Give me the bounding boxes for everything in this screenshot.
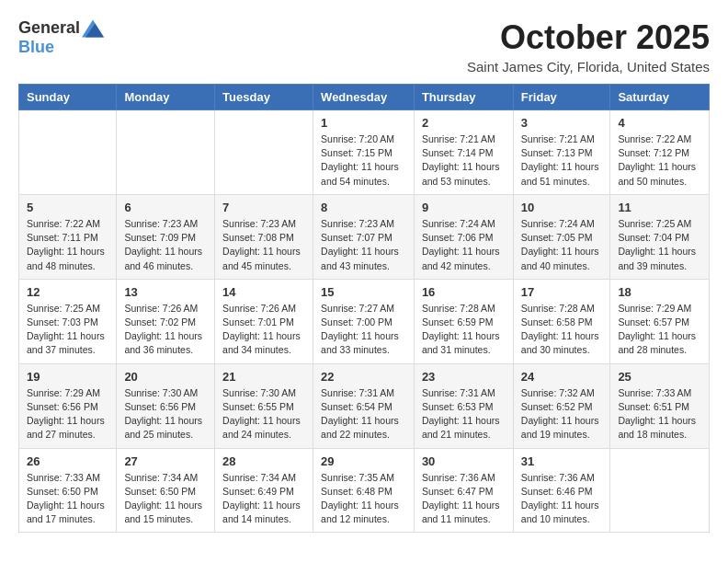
day-number: 23 [422,370,506,384]
day-number: 5 [27,201,108,214]
table-row: 29Sunrise: 7:35 AM Sunset: 6:48 PM Dayli… [313,448,415,533]
day-info: Sunrise: 7:33 AM Sunset: 6:51 PM Dayligh… [618,386,701,442]
day-number: 9 [422,201,506,214]
day-info: Sunrise: 7:31 AM Sunset: 6:54 PM Dayligh… [321,386,406,442]
calendar-week-row: 12Sunrise: 7:25 AM Sunset: 7:03 PM Dayli… [19,279,710,363]
day-info: Sunrise: 7:34 AM Sunset: 6:49 PM Dayligh… [222,471,305,527]
day-info: Sunrise: 7:29 AM Sunset: 6:57 PM Dayligh… [618,302,701,358]
day-number: 11 [618,201,701,214]
calendar-week-row: 26Sunrise: 7:33 AM Sunset: 6:50 PM Dayli… [19,448,710,533]
header-wednesday: Wednesday [313,85,415,110]
header-friday: Friday [513,85,610,110]
table-row: 8Sunrise: 7:23 AM Sunset: 7:07 PM Daylig… [313,194,415,279]
day-number: 8 [321,201,406,214]
table-row: 17Sunrise: 7:28 AM Sunset: 6:58 PM Dayli… [513,279,610,363]
logo-icon [82,19,104,38]
day-number: 4 [618,116,701,130]
day-number: 13 [124,285,207,299]
header-saturday: Saturday [610,85,710,110]
logo-general: General [18,18,80,38]
day-number: 16 [422,285,506,299]
day-info: Sunrise: 7:23 AM Sunset: 7:09 PM Dayligh… [124,217,207,273]
calendar-week-row: 5Sunrise: 7:22 AM Sunset: 7:11 PM Daylig… [19,194,710,279]
day-info: Sunrise: 7:24 AM Sunset: 7:05 PM Dayligh… [521,217,603,273]
header-thursday: Thursday [414,85,513,110]
day-number: 2 [422,116,506,130]
day-number: 30 [422,454,506,468]
day-info: Sunrise: 7:32 AM Sunset: 6:52 PM Dayligh… [521,386,603,442]
day-number: 14 [222,285,305,299]
day-info: Sunrise: 7:26 AM Sunset: 7:01 PM Dayligh… [222,302,305,358]
day-info: Sunrise: 7:23 AM Sunset: 7:08 PM Dayligh… [222,217,305,273]
day-info: Sunrise: 7:29 AM Sunset: 6:56 PM Dayligh… [27,386,108,442]
header-sunday: Sunday [19,85,117,110]
page-header: General Blue October 2025 Saint James Ci… [18,18,710,75]
day-info: Sunrise: 7:26 AM Sunset: 7:02 PM Dayligh… [124,302,207,358]
table-row: 21Sunrise: 7:30 AM Sunset: 6:55 PM Dayli… [215,363,313,448]
table-row: 24Sunrise: 7:32 AM Sunset: 6:52 PM Dayli… [513,363,610,448]
table-row: 7Sunrise: 7:23 AM Sunset: 7:08 PM Daylig… [215,194,313,279]
day-number: 1 [321,116,406,130]
day-number: 22 [321,370,406,384]
day-number: 12 [27,285,108,299]
table-row: 19Sunrise: 7:29 AM Sunset: 6:56 PM Dayli… [19,363,117,448]
table-row: 2Sunrise: 7:21 AM Sunset: 7:14 PM Daylig… [414,110,513,195]
table-row: 1Sunrise: 7:20 AM Sunset: 7:15 PM Daylig… [313,110,415,195]
day-number: 28 [222,454,305,468]
day-info: Sunrise: 7:33 AM Sunset: 6:50 PM Dayligh… [27,471,108,527]
day-info: Sunrise: 7:36 AM Sunset: 6:47 PM Dayligh… [422,471,506,527]
table-row: 10Sunrise: 7:24 AM Sunset: 7:05 PM Dayli… [513,194,610,279]
day-info: Sunrise: 7:28 AM Sunset: 6:58 PM Dayligh… [521,302,603,358]
table-row: 25Sunrise: 7:33 AM Sunset: 6:51 PM Dayli… [610,363,710,448]
table-row: 20Sunrise: 7:30 AM Sunset: 6:56 PM Dayli… [117,363,215,448]
table-row: 13Sunrise: 7:26 AM Sunset: 7:02 PM Dayli… [117,279,215,363]
month-title: October 2025 [467,18,710,57]
day-info: Sunrise: 7:25 AM Sunset: 7:04 PM Dayligh… [618,217,701,273]
table-row: 12Sunrise: 7:25 AM Sunset: 7:03 PM Dayli… [19,279,117,363]
table-row [215,110,313,195]
table-row [19,110,117,195]
day-number: 19 [27,370,108,384]
table-row: 11Sunrise: 7:25 AM Sunset: 7:04 PM Dayli… [610,194,710,279]
day-info: Sunrise: 7:21 AM Sunset: 7:14 PM Dayligh… [422,132,506,189]
day-info: Sunrise: 7:21 AM Sunset: 7:13 PM Dayligh… [521,132,603,189]
day-info: Sunrise: 7:34 AM Sunset: 6:50 PM Dayligh… [124,471,207,527]
calendar-week-row: 19Sunrise: 7:29 AM Sunset: 6:56 PM Dayli… [19,363,710,448]
day-info: Sunrise: 7:28 AM Sunset: 6:59 PM Dayligh… [422,302,506,358]
table-row [610,448,710,533]
calendar: Sunday Monday Tuesday Wednesday Thursday… [18,84,710,533]
day-number: 10 [521,201,603,214]
day-number: 15 [321,285,406,299]
table-row: 14Sunrise: 7:26 AM Sunset: 7:01 PM Dayli… [215,279,313,363]
day-number: 26 [27,454,108,468]
table-row: 5Sunrise: 7:22 AM Sunset: 7:11 PM Daylig… [19,194,117,279]
day-info: Sunrise: 7:23 AM Sunset: 7:07 PM Dayligh… [321,217,406,273]
day-info: Sunrise: 7:30 AM Sunset: 6:56 PM Dayligh… [124,386,207,442]
logo-blue: Blue [18,38,54,57]
table-row: 26Sunrise: 7:33 AM Sunset: 6:50 PM Dayli… [19,448,117,533]
day-info: Sunrise: 7:27 AM Sunset: 7:00 PM Dayligh… [321,302,406,358]
header-tuesday: Tuesday [215,85,313,110]
day-number: 7 [222,201,305,214]
table-row [117,110,215,195]
table-row: 28Sunrise: 7:34 AM Sunset: 6:49 PM Dayli… [215,448,313,533]
table-row: 27Sunrise: 7:34 AM Sunset: 6:50 PM Dayli… [117,448,215,533]
day-number: 27 [124,454,207,468]
table-row: 16Sunrise: 7:28 AM Sunset: 6:59 PM Dayli… [414,279,513,363]
day-number: 17 [521,285,603,299]
table-row: 30Sunrise: 7:36 AM Sunset: 6:47 PM Dayli… [414,448,513,533]
table-row: 9Sunrise: 7:24 AM Sunset: 7:06 PM Daylig… [414,194,513,279]
day-info: Sunrise: 7:36 AM Sunset: 6:46 PM Dayligh… [521,471,603,527]
table-row: 31Sunrise: 7:36 AM Sunset: 6:46 PM Dayli… [513,448,610,533]
day-info: Sunrise: 7:35 AM Sunset: 6:48 PM Dayligh… [321,471,406,527]
title-block: October 2025 Saint James City, Florida, … [467,18,710,75]
calendar-header-row: Sunday Monday Tuesday Wednesday Thursday… [19,85,710,110]
table-row: 15Sunrise: 7:27 AM Sunset: 7:00 PM Dayli… [313,279,415,363]
day-info: Sunrise: 7:30 AM Sunset: 6:55 PM Dayligh… [222,386,305,442]
day-number: 21 [222,370,305,384]
table-row: 23Sunrise: 7:31 AM Sunset: 6:53 PM Dayli… [414,363,513,448]
day-number: 18 [618,285,701,299]
day-info: Sunrise: 7:31 AM Sunset: 6:53 PM Dayligh… [422,386,506,442]
day-number: 31 [521,454,603,468]
day-info: Sunrise: 7:22 AM Sunset: 7:12 PM Dayligh… [618,132,701,189]
